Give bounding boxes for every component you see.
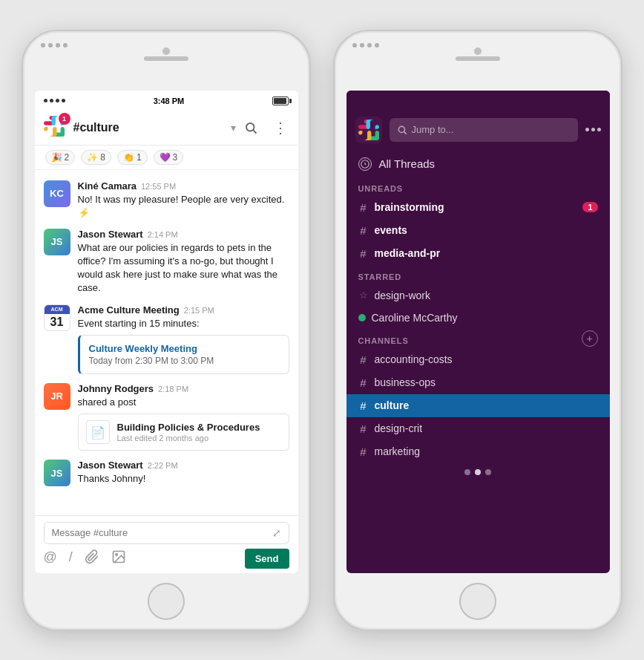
sidebar-item-events[interactable]: # events [346, 219, 610, 242]
channel-name[interactable]: #culture [73, 121, 225, 134]
slack-badge: 1 [59, 113, 70, 125]
hash-icon: # [358, 445, 369, 458]
speaker [144, 56, 188, 61]
meeting-title: Culture Weekly Meeting [89, 343, 280, 354]
doc-subtitle: Last edited 2 months ago [117, 434, 260, 442]
home-button-1[interactable] [148, 583, 185, 620]
phone-1: 3:48 PM 1 #culture ▾ [22, 30, 311, 631]
channel-chevron[interactable]: ▾ [231, 122, 236, 134]
msg-content-johnny: Johnny Rodgers 2:18 PM shared a post 📄 B… [78, 383, 289, 451]
all-threads-label: All Threads [379, 157, 436, 170]
home-button-2[interactable] [459, 583, 496, 620]
add-channel-button[interactable]: + [582, 330, 598, 347]
hash-icon: # [358, 422, 369, 435]
avatar-kine: KC [44, 180, 70, 207]
phone-dots2 [352, 43, 379, 48]
messages-list: KC Kiné Camara 12:55 PM No! It was my pl… [35, 170, 298, 515]
sidebar-item-brainstorming[interactable]: # brainstorming 1 [346, 196, 610, 219]
sidebar-item-design-work[interactable]: ☆ design-work [346, 284, 610, 307]
hash-icon: # [358, 247, 369, 260]
reaction-heart[interactable]: 💜 3 [154, 150, 184, 165]
sidebar-item-accounting-costs[interactable]: # accounting-costs [346, 348, 610, 371]
dot-3 [485, 469, 491, 475]
channel-name-design-work: design-work [375, 290, 598, 301]
msg-time: 2:15 PM [184, 306, 214, 315]
more-button[interactable]: ⋮ [272, 119, 289, 137]
avatar-johnny: JR [44, 383, 70, 410]
channel-name-design-crit: design-crit [375, 422, 598, 434]
message-input-bar: ⤢ @ / Send [35, 515, 298, 573]
send-button[interactable]: Send [245, 549, 289, 569]
msg-time: 2:22 PM [148, 461, 178, 470]
status-bar: 3:48 PM [35, 91, 298, 111]
dot-1 [464, 469, 470, 475]
sidebar-item-culture[interactable]: # culture [346, 394, 610, 417]
channels-section-label: CHANNELS [346, 329, 421, 348]
channel-name-media-and-pr: media-and-pr [375, 247, 598, 259]
msg-content-jason1: Jason Stewart 2:14 PM What are our polic… [78, 229, 289, 295]
sidebar-item-design-crit[interactable]: # design-crit [346, 417, 610, 440]
channel-name-brainstorming: brainstorming [375, 201, 577, 213]
battery-icon [272, 97, 289, 105]
toolbar-left: @ / [44, 549, 126, 568]
phone-2: Jump to... All Threads UNREADS [333, 30, 622, 631]
threads-icon [358, 157, 372, 171]
msg-time: 2:18 PM [158, 385, 188, 393]
phone1-screen: 3:48 PM 1 #culture ▾ [35, 91, 298, 573]
doc-title: Building Policies & Procedures [117, 422, 260, 433]
doc-icon: 📄 [86, 420, 110, 444]
slack-app-icon[interactable] [355, 117, 382, 143]
slash-icon[interactable]: / [69, 549, 73, 568]
reactions-row: 🎉 2 ✨ 8 👏 1 💜 3 [35, 146, 298, 170]
header-icons: ⋮ [242, 119, 289, 137]
message-row: JR Johnny Rodgers 2:18 PM shared a post … [35, 379, 298, 455]
avatar-calendar: ACM 31 [44, 304, 70, 331]
sidebar-item-marketing[interactable]: # marketing [346, 440, 610, 463]
meeting-card[interactable]: Culture Weekly Meeting Today from 2:30 P… [78, 335, 289, 374]
at-icon[interactable]: @ [44, 549, 57, 568]
msg-author: Acme Culture Meeting [78, 304, 180, 316]
front-camera-2 [474, 48, 482, 55]
hash-icon: # [358, 399, 369, 412]
all-threads-item[interactable]: All Threads [346, 151, 610, 177]
msg-header: Jason Stewart 2:14 PM [78, 229, 289, 240]
hash-icon: # [358, 376, 369, 389]
doc-card[interactable]: 📄 Building Policies & Procedures Last ed… [78, 414, 289, 451]
search-bar[interactable]: Jump to... [390, 118, 578, 142]
channel-name-marketing: marketing [375, 445, 598, 457]
channel-header: 1 #culture ▾ ⋮ [35, 111, 298, 146]
unreads-section-label: UNREADS [346, 177, 610, 196]
doc-info: Building Policies & Procedures Last edit… [117, 422, 260, 442]
channel-name-culture: culture [375, 399, 598, 411]
msg-text: shared a post [78, 396, 289, 409]
msg-author: Jason Stewart [78, 460, 143, 471]
msg-text: What are our policies in regards to pets… [78, 241, 289, 295]
presence-dot-online [358, 314, 366, 321]
sidebar-item-media-and-pr[interactable]: # media-and-pr [346, 242, 610, 265]
msg-text: Thanks Johnny! [78, 472, 289, 486]
starred-section-label: STARRED [346, 265, 610, 284]
sidebar-item-business-ops[interactable]: # business-ops [346, 371, 610, 394]
msg-content-calendar: Acme Culture Meeting 2:15 PM Event start… [78, 304, 289, 374]
msg-time: 12:55 PM [141, 182, 176, 191]
msg-author: Johnny Rodgers [78, 383, 154, 394]
sidebar-item-caroline-mccarthy[interactable]: Caroline McCarthy [346, 307, 610, 329]
channels-section-row: CHANNELS + [346, 329, 610, 348]
front-camera [162, 48, 170, 55]
cal-number: 31 [45, 314, 70, 330]
meeting-time: Today from 2:30 PM to 3:00 PM [89, 356, 280, 366]
attachment-icon[interactable] [85, 549, 99, 568]
dots-menu[interactable] [585, 128, 601, 131]
expand-icon[interactable]: ⤢ [272, 527, 281, 539]
reaction-sparkle[interactable]: ✨ 8 [81, 150, 111, 165]
search-button[interactable] [242, 119, 260, 137]
unread-badge-brainstorming: 1 [582, 202, 597, 212]
message-input[interactable] [52, 527, 272, 538]
reaction-clap[interactable]: 👏 1 [117, 150, 148, 165]
phone-top-1 [23, 31, 309, 91]
reaction-party[interactable]: 🎉 2 [45, 150, 76, 165]
phone-bottom-2 [335, 573, 621, 630]
sidebar-topbar: Jump to... [346, 111, 610, 148]
message-row: JS Jason Stewart 2:14 PM What are our po… [35, 224, 298, 300]
image-icon[interactable] [111, 549, 126, 568]
